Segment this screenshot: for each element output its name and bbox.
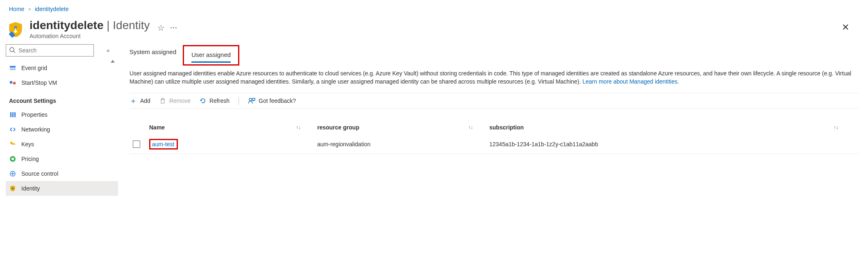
sidebar-item-label: Networking [21,126,50,133]
sidebar: « Event grid Start/Stop VM Account Setti… [0,42,118,196]
row-sub-value: 12345a1b-1234-1a1b-1z2y-c1ab11a2aabb [489,141,598,147]
scroll-up-icon[interactable] [111,60,115,63]
keys-icon [9,141,16,147]
svg-rect-12 [12,143,15,145]
event-grid-icon [9,65,16,71]
sidebar-item-pricing[interactable]: Pricing [6,152,118,166]
col-header-rg[interactable]: resource group [317,124,359,131]
page-subtitle: Automation Account [30,33,150,39]
sidebar-item-label: Identity [21,185,40,192]
table-row[interactable]: aum-test aum-regionvalidation 12345a1b-1… [130,135,858,154]
search-icon [9,47,16,53]
col-header-name[interactable]: Name [149,124,165,131]
collapse-sidebar-icon[interactable]: « [107,47,110,54]
sort-icon[interactable]: ↑↓ [834,125,855,130]
sidebar-item-label: Keys [21,141,34,147]
properties-icon [9,111,16,118]
pricing-icon [9,156,16,162]
main-content: System assigned User assigned User assig… [118,42,868,196]
identity-icon [9,185,16,192]
sidebar-item-networking[interactable]: Networking [6,122,118,137]
sidebar-item-keys[interactable]: Keys [6,137,118,152]
svg-rect-10 [14,112,16,117]
tab-system-assigned[interactable]: System assigned [130,45,176,66]
plus-icon: ＋ [130,96,137,106]
table-header: Name ↑↓ resource group ↑↓ subscription ↑… [130,120,858,135]
remove-button: Remove [159,97,191,104]
description-text: User assigned managed identities enable … [130,70,858,86]
refresh-icon [200,97,206,104]
resource-icon [7,21,26,40]
trash-icon [159,97,166,104]
sort-icon[interactable]: ↑↓ [468,125,489,130]
svg-rect-8 [10,112,11,117]
sidebar-item-event-grid[interactable]: Event grid [6,61,118,75]
learn-more-link[interactable]: Learn more about Managed identities. [582,78,679,85]
sidebar-item-source-control[interactable]: Source control [6,166,118,181]
toolbar-divider [239,97,239,105]
start-stop-vm-icon [9,79,16,86]
networking-icon [9,126,16,133]
person-feedback-icon [248,97,255,104]
svg-point-19 [249,98,252,101]
sidebar-item-label: Event grid [21,65,47,71]
breadcrumb-current[interactable]: identitydelete [35,6,69,12]
col-header-sub[interactable]: subscription [489,124,524,131]
svg-rect-4 [10,66,16,68]
svg-rect-7 [13,82,16,84]
close-icon[interactable]: ✕ [842,22,849,33]
row-checkbox[interactable] [133,141,140,148]
favorite-icon[interactable]: ☆ [157,23,165,33]
svg-rect-9 [12,112,14,117]
breadcrumb-sep-icon: > [28,7,31,11]
tabs: System assigned User assigned [130,45,858,66]
highlighted-identity-name: aum-test [149,139,178,150]
toolbar: ＋ Add Remove Refresh Got feedbac [130,93,858,109]
sidebar-item-label: Start/Stop VM [21,79,57,86]
sidebar-item-identity[interactable]: Identity [6,181,118,196]
sort-icon[interactable]: ↑↓ [296,125,317,130]
svg-line-3 [14,51,15,53]
sidebar-section-account-settings: Account Settings [6,90,118,107]
search-input[interactable] [6,44,94,57]
breadcrumb: Home > identitydelete [0,0,868,16]
breadcrumb-home[interactable]: Home [9,6,24,12]
page-title: identitydelete | Identity [30,19,150,32]
row-rg-value: aum-regionvalidation [317,141,370,147]
tab-user-assigned[interactable]: User assigned [191,48,231,63]
svg-rect-6 [10,81,12,84]
sidebar-item-start-stop-vm[interactable]: Start/Stop VM [6,75,118,90]
svg-rect-18 [161,100,164,103]
svg-point-14 [11,158,14,160]
svg-point-2 [10,48,14,52]
svg-point-17 [12,188,14,190]
sidebar-item-label: Pricing [21,156,39,162]
identity-link[interactable]: aum-test [152,141,174,147]
sidebar-item-properties[interactable]: Properties [6,107,118,122]
source-control-icon [9,170,16,177]
more-icon[interactable]: ··· [170,25,178,31]
add-button[interactable]: ＋ Add [130,96,150,106]
svg-rect-5 [10,68,16,70]
page-header: identitydelete | Identity Automation Acc… [0,16,868,42]
sidebar-item-label: Source control [21,170,58,177]
refresh-button[interactable]: Refresh [200,97,229,104]
highlighted-tab-box: User assigned [183,45,239,66]
sidebar-item-label: Properties [21,111,48,118]
feedback-button[interactable]: Got feedback? [248,97,296,104]
